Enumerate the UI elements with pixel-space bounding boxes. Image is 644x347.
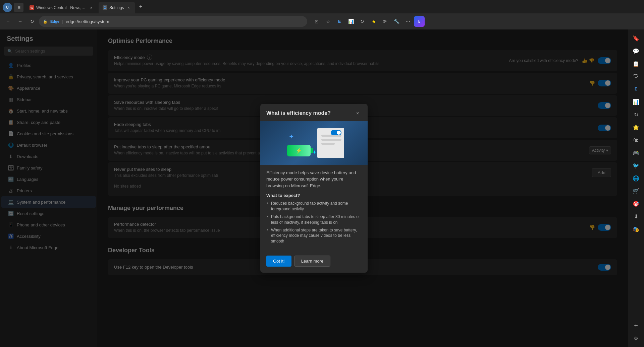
right-icon-settings[interactable]: ⚙ [630, 332, 642, 344]
modal-illus-inner: ✦ ⚡ ✦ [280, 125, 347, 161]
collections-icon[interactable]: E [334, 16, 345, 27]
toolbar-icons: ⊡ ☆ E 📊 ↻ ★ 🛍 🔧 ⋯ b [311, 16, 425, 27]
profile-avatar[interactable]: U [3, 3, 12, 12]
address-lock-icon: 🔒 [43, 19, 48, 24]
modal-footer: Got it! Learn more [260, 252, 368, 273]
address-bar[interactable]: 🔒 Edge | edge://settings/system [39, 16, 307, 27]
tab1-label: Windows Central - News, Revie... [36, 5, 87, 10]
right-icon-add[interactable]: + [630, 320, 642, 332]
right-icon-star[interactable]: ⭐ [630, 121, 642, 133]
tab2-close-btn[interactable]: × [126, 5, 131, 10]
right-icon-game[interactable]: 🎮 [630, 147, 642, 159]
tab-bar: U ⊞ W Windows Central - News, Revie... ×… [0, 0, 644, 13]
illus-line-2 [321, 139, 341, 141]
modal-illustration: ✦ ⚡ ✦ [260, 121, 368, 165]
got-it-btn[interactable]: Got it! [266, 256, 291, 267]
illus-toggle [331, 130, 341, 135]
modal-description: Efficiency mode helps save device batter… [266, 169, 362, 189]
more-tools-icon[interactable]: ⋯ [402, 16, 413, 27]
tab1-close-btn[interactable]: × [89, 5, 94, 10]
efficiency-modal: What is efficiency mode? × ✦ [260, 104, 368, 273]
illus-spark-icon: ✦ [312, 149, 317, 155]
split-screen-icon[interactable]: ⊡ [311, 16, 322, 27]
modal-title: What is efficiency mode? [266, 110, 331, 116]
right-icon-favorites[interactable]: 🔖 [630, 32, 642, 44]
address-bar-row: ← → ↻ 🔒 Edge | edge://settings/system ⊡ … [0, 13, 644, 29]
tab2-label: Settings [109, 5, 124, 10]
right-sidebar: 🔖 💬 📋 🛡 E 📊 ↻ ⭐ 🛍 🎮 🐦 🌐 🛒 🎯 ⬇ 🎭 + ⚙ [628, 29, 644, 347]
battery-icon: ⚡ [296, 147, 302, 154]
illus-stars-icon: ✦ [289, 133, 294, 140]
tab-windows-central[interactable]: W Windows Central - News, Revie... × [25, 2, 98, 13]
workspaces-icon[interactable]: 📊 [345, 16, 356, 27]
nav-back-btn[interactable]: ← [3, 16, 13, 27]
right-icon-theater[interactable]: 🎭 [630, 223, 642, 235]
illus-line-3 [321, 143, 335, 145]
browser-chrome: U ⊞ W Windows Central - News, Revie... ×… [0, 0, 644, 29]
modal-bullet-1: Reduces background tab activity and some… [266, 201, 362, 212]
right-icon-amazon[interactable]: 🛒 [630, 185, 642, 197]
modal-header: What is efficiency mode? × [260, 104, 368, 121]
illus-doc-lines [321, 135, 341, 147]
modal-bullet-list: Reduces background tab activity and some… [266, 201, 362, 244]
tab-settings[interactable]: ⚙ Settings × [99, 2, 135, 13]
right-icon-collections[interactable]: 📋 [630, 58, 642, 70]
modal-bullet-2: Puts background tabs to sleep after 30 m… [266, 214, 362, 225]
learn-more-btn[interactable]: Learn more [294, 256, 330, 267]
illus-battery: ⚡ [287, 145, 311, 156]
tab-favicon-1: W [30, 5, 34, 10]
modal-overlay: What is efficiency mode? × ✦ [0, 29, 628, 347]
modal-bullet-3: When additional steps are taken to save … [266, 227, 362, 244]
right-icon-stats[interactable]: 📊 [630, 96, 642, 108]
right-icon-download[interactable]: ⬇ [630, 210, 642, 222]
tab-favicon-settings: ⚙ [103, 5, 107, 10]
nav-refresh-btn[interactable]: ↻ [27, 16, 38, 27]
fav-star-icon[interactable]: ★ [368, 16, 379, 27]
favorites-icon[interactable]: ☆ [323, 16, 333, 27]
address-separator: | [62, 19, 63, 24]
right-icon-shopping[interactable]: 🛍 [630, 134, 642, 146]
right-icon-shield[interactable]: 🛡 [630, 70, 642, 82]
address-url: edge://settings/system [66, 19, 109, 24]
right-icon-twitter[interactable]: 🐦 [630, 159, 642, 171]
bing-chat-btn[interactable]: b [414, 16, 425, 27]
illus-toggle-container [331, 130, 341, 135]
extension-icon[interactable]: ⊞ [14, 3, 23, 12]
modal-what-to-expect: What to expect? [266, 193, 362, 198]
right-icon-chat[interactable]: 💬 [630, 45, 642, 57]
nav-forward-btn[interactable]: → [15, 16, 25, 27]
right-icon-web[interactable]: 🌐 [630, 172, 642, 184]
right-icon-refresh[interactable]: ↻ [630, 109, 642, 121]
address-edge-label: Edge [50, 19, 59, 23]
right-sidebar-bottom: + ⚙ [630, 320, 642, 344]
browser-essentials-icon[interactable]: ↻ [357, 16, 368, 27]
modal-close-btn[interactable]: × [354, 109, 362, 117]
edge-extensions-icon[interactable]: 🔧 [391, 16, 402, 27]
right-icon-e[interactable]: E [630, 83, 642, 95]
shopping-icon[interactable]: 🛍 [380, 16, 390, 27]
new-tab-button[interactable]: + [136, 2, 145, 11]
modal-body: Efficiency mode helps save device batter… [260, 165, 368, 252]
right-icon-tools[interactable]: 🎯 [630, 198, 642, 210]
